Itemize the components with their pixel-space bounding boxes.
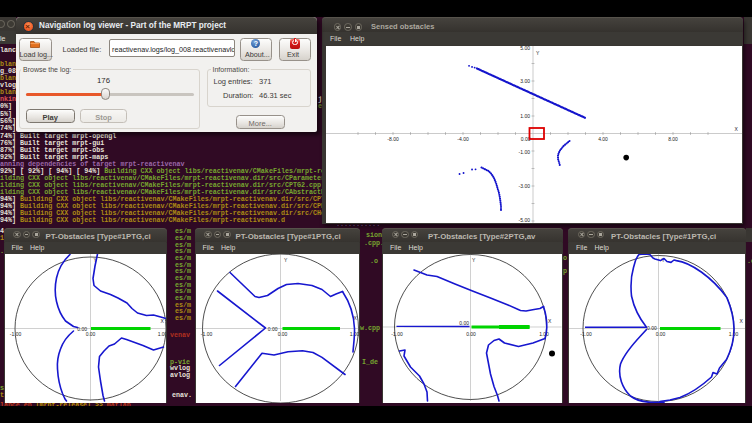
svg-text:0.00: 0.00 (656, 331, 666, 337)
svg-text:-1.00: -1.00 (200, 331, 212, 337)
svg-text:X: X (160, 318, 164, 324)
svg-text:0.00: 0.00 (77, 326, 87, 332)
svg-text:Y: Y (472, 257, 476, 263)
svg-text:X: X (548, 318, 552, 324)
svg-text:Y: Y (284, 257, 288, 263)
svg-text:0.00: 0.00 (277, 331, 287, 337)
svg-text:3.00: 3.00 (520, 78, 530, 84)
svg-text:-1.00: -1.00 (518, 149, 530, 155)
svg-text:4.00: 4.00 (598, 136, 608, 142)
svg-text:0.00: 0.00 (459, 320, 469, 326)
svg-text:-1.00: -1.00 (580, 331, 592, 337)
svg-text:1.00: 1.00 (157, 331, 165, 337)
svg-text:0.00: 0.00 (267, 326, 277, 332)
svg-text:-8.00: -8.00 (387, 136, 399, 142)
svg-text:5.00: 5.00 (520, 46, 530, 51)
svg-text:0.00: 0.00 (85, 331, 95, 337)
svg-text:-1.00: -1.00 (9, 331, 21, 337)
svg-text:-1.00: -1.00 (391, 331, 403, 337)
svg-text:X: X (734, 126, 738, 132)
svg-text:0.00: 0.00 (466, 331, 476, 337)
svg-text:X: X (740, 318, 744, 324)
svg-text:-5.00: -5.00 (518, 217, 530, 223)
svg-text:8.00: 8.00 (668, 136, 678, 142)
svg-text:Y: Y (536, 50, 540, 56)
svg-text:-4.00: -4.00 (457, 136, 469, 142)
svg-text:1.00: 1.00 (539, 331, 549, 337)
svg-text:1.00: 1.00 (520, 113, 530, 119)
svg-text:-3.00: -3.00 (518, 183, 530, 189)
svg-text:0.00: 0.00 (647, 325, 657, 331)
